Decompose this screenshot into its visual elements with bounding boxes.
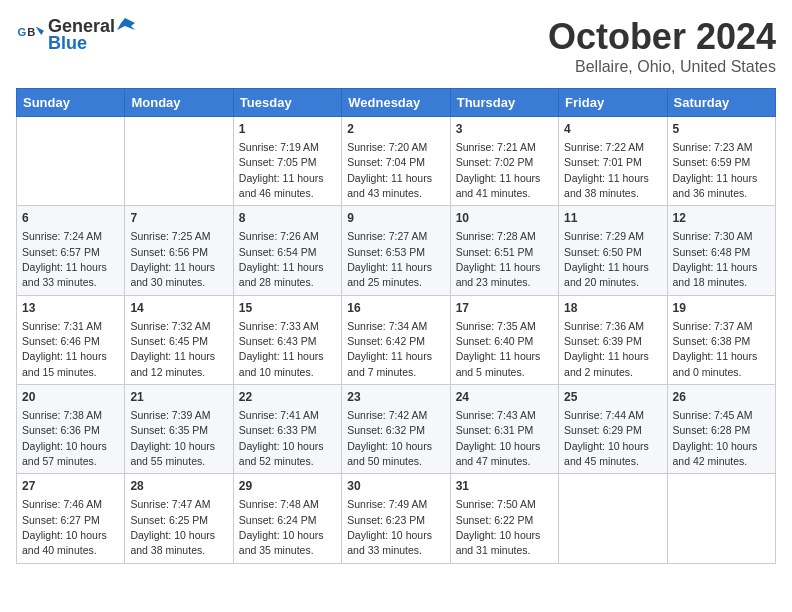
- day-info: Sunrise: 7:50 AM Sunset: 6:22 PM Dayligh…: [456, 498, 541, 556]
- day-info: Sunrise: 7:28 AM Sunset: 6:51 PM Dayligh…: [456, 230, 541, 288]
- day-number: 25: [564, 389, 661, 406]
- calendar-table: Sunday Monday Tuesday Wednesday Thursday…: [16, 88, 776, 564]
- header-wednesday: Wednesday: [342, 89, 450, 117]
- day-number: 22: [239, 389, 336, 406]
- day-cell: 8Sunrise: 7:26 AM Sunset: 6:54 PM Daylig…: [233, 206, 341, 295]
- day-cell: 20Sunrise: 7:38 AM Sunset: 6:36 PM Dayli…: [17, 385, 125, 474]
- day-info: Sunrise: 7:46 AM Sunset: 6:27 PM Dayligh…: [22, 498, 107, 556]
- day-info: Sunrise: 7:23 AM Sunset: 6:59 PM Dayligh…: [673, 141, 758, 199]
- day-info: Sunrise: 7:20 AM Sunset: 7:04 PM Dayligh…: [347, 141, 432, 199]
- day-number: 14: [130, 300, 227, 317]
- day-cell: 27Sunrise: 7:46 AM Sunset: 6:27 PM Dayli…: [17, 474, 125, 563]
- day-number: 23: [347, 389, 444, 406]
- day-info: Sunrise: 7:21 AM Sunset: 7:02 PM Dayligh…: [456, 141, 541, 199]
- header-friday: Friday: [559, 89, 667, 117]
- day-info: Sunrise: 7:37 AM Sunset: 6:38 PM Dayligh…: [673, 320, 758, 378]
- day-cell: 1Sunrise: 7:19 AM Sunset: 7:05 PM Daylig…: [233, 117, 341, 206]
- day-number: 20: [22, 389, 119, 406]
- day-cell: 17Sunrise: 7:35 AM Sunset: 6:40 PM Dayli…: [450, 295, 558, 384]
- day-info: Sunrise: 7:42 AM Sunset: 6:32 PM Dayligh…: [347, 409, 432, 467]
- day-number: 21: [130, 389, 227, 406]
- day-cell: 25Sunrise: 7:44 AM Sunset: 6:29 PM Dayli…: [559, 385, 667, 474]
- day-info: Sunrise: 7:41 AM Sunset: 6:33 PM Dayligh…: [239, 409, 324, 467]
- day-info: Sunrise: 7:39 AM Sunset: 6:35 PM Dayligh…: [130, 409, 215, 467]
- day-info: Sunrise: 7:25 AM Sunset: 6:56 PM Dayligh…: [130, 230, 215, 288]
- day-number: 5: [673, 121, 770, 138]
- day-cell: 24Sunrise: 7:43 AM Sunset: 6:31 PM Dayli…: [450, 385, 558, 474]
- header-monday: Monday: [125, 89, 233, 117]
- day-info: Sunrise: 7:35 AM Sunset: 6:40 PM Dayligh…: [456, 320, 541, 378]
- day-number: 11: [564, 210, 661, 227]
- day-number: 26: [673, 389, 770, 406]
- day-number: 15: [239, 300, 336, 317]
- day-number: 17: [456, 300, 553, 317]
- day-info: Sunrise: 7:19 AM Sunset: 7:05 PM Dayligh…: [239, 141, 324, 199]
- day-cell: 21Sunrise: 7:39 AM Sunset: 6:35 PM Dayli…: [125, 385, 233, 474]
- day-cell: 18Sunrise: 7:36 AM Sunset: 6:39 PM Dayli…: [559, 295, 667, 384]
- day-number: 28: [130, 478, 227, 495]
- day-number: 13: [22, 300, 119, 317]
- header-sunday: Sunday: [17, 89, 125, 117]
- day-info: Sunrise: 7:34 AM Sunset: 6:42 PM Dayligh…: [347, 320, 432, 378]
- day-cell: 13Sunrise: 7:31 AM Sunset: 6:46 PM Dayli…: [17, 295, 125, 384]
- header: G B General Blue October 2024 Bellaire, …: [16, 16, 776, 76]
- svg-marker-2: [36, 27, 44, 35]
- day-info: Sunrise: 7:45 AM Sunset: 6:28 PM Dayligh…: [673, 409, 758, 467]
- month-title: October 2024: [548, 16, 776, 58]
- week-row-2: 6Sunrise: 7:24 AM Sunset: 6:57 PM Daylig…: [17, 206, 776, 295]
- day-cell: 19Sunrise: 7:37 AM Sunset: 6:38 PM Dayli…: [667, 295, 775, 384]
- header-thursday: Thursday: [450, 89, 558, 117]
- location-title: Bellaire, Ohio, United States: [548, 58, 776, 76]
- day-cell: [559, 474, 667, 563]
- day-cell: 5Sunrise: 7:23 AM Sunset: 6:59 PM Daylig…: [667, 117, 775, 206]
- day-cell: 2Sunrise: 7:20 AM Sunset: 7:04 PM Daylig…: [342, 117, 450, 206]
- day-info: Sunrise: 7:38 AM Sunset: 6:36 PM Dayligh…: [22, 409, 107, 467]
- header-saturday: Saturday: [667, 89, 775, 117]
- day-cell: 16Sunrise: 7:34 AM Sunset: 6:42 PM Dayli…: [342, 295, 450, 384]
- day-info: Sunrise: 7:47 AM Sunset: 6:25 PM Dayligh…: [130, 498, 215, 556]
- title-area: October 2024 Bellaire, Ohio, United Stat…: [548, 16, 776, 76]
- day-info: Sunrise: 7:30 AM Sunset: 6:48 PM Dayligh…: [673, 230, 758, 288]
- logo: G B General Blue: [16, 16, 135, 54]
- day-info: Sunrise: 7:24 AM Sunset: 6:57 PM Dayligh…: [22, 230, 107, 288]
- day-info: Sunrise: 7:26 AM Sunset: 6:54 PM Dayligh…: [239, 230, 324, 288]
- day-number: 12: [673, 210, 770, 227]
- day-number: 19: [673, 300, 770, 317]
- day-info: Sunrise: 7:33 AM Sunset: 6:43 PM Dayligh…: [239, 320, 324, 378]
- day-cell: [667, 474, 775, 563]
- day-cell: 14Sunrise: 7:32 AM Sunset: 6:45 PM Dayli…: [125, 295, 233, 384]
- day-info: Sunrise: 7:49 AM Sunset: 6:23 PM Dayligh…: [347, 498, 432, 556]
- day-info: Sunrise: 7:43 AM Sunset: 6:31 PM Dayligh…: [456, 409, 541, 467]
- day-cell: 30Sunrise: 7:49 AM Sunset: 6:23 PM Dayli…: [342, 474, 450, 563]
- logo-icon: G B: [16, 21, 44, 49]
- day-info: Sunrise: 7:44 AM Sunset: 6:29 PM Dayligh…: [564, 409, 649, 467]
- day-number: 18: [564, 300, 661, 317]
- day-info: Sunrise: 7:31 AM Sunset: 6:46 PM Dayligh…: [22, 320, 107, 378]
- day-number: 10: [456, 210, 553, 227]
- day-number: 16: [347, 300, 444, 317]
- day-cell: 26Sunrise: 7:45 AM Sunset: 6:28 PM Dayli…: [667, 385, 775, 474]
- week-row-5: 27Sunrise: 7:46 AM Sunset: 6:27 PM Dayli…: [17, 474, 776, 563]
- day-cell: 15Sunrise: 7:33 AM Sunset: 6:43 PM Dayli…: [233, 295, 341, 384]
- day-cell: 12Sunrise: 7:30 AM Sunset: 6:48 PM Dayli…: [667, 206, 775, 295]
- day-number: 2: [347, 121, 444, 138]
- day-cell: [125, 117, 233, 206]
- day-cell: [17, 117, 125, 206]
- day-cell: 6Sunrise: 7:24 AM Sunset: 6:57 PM Daylig…: [17, 206, 125, 295]
- day-cell: 10Sunrise: 7:28 AM Sunset: 6:51 PM Dayli…: [450, 206, 558, 295]
- day-cell: 28Sunrise: 7:47 AM Sunset: 6:25 PM Dayli…: [125, 474, 233, 563]
- day-number: 6: [22, 210, 119, 227]
- day-cell: 7Sunrise: 7:25 AM Sunset: 6:56 PM Daylig…: [125, 206, 233, 295]
- day-number: 9: [347, 210, 444, 227]
- day-number: 29: [239, 478, 336, 495]
- day-number: 30: [347, 478, 444, 495]
- week-row-3: 13Sunrise: 7:31 AM Sunset: 6:46 PM Dayli…: [17, 295, 776, 384]
- day-cell: 29Sunrise: 7:48 AM Sunset: 6:24 PM Dayli…: [233, 474, 341, 563]
- day-info: Sunrise: 7:29 AM Sunset: 6:50 PM Dayligh…: [564, 230, 649, 288]
- day-number: 3: [456, 121, 553, 138]
- day-number: 7: [130, 210, 227, 227]
- logo-bird-icon: [117, 16, 135, 32]
- header-row: Sunday Monday Tuesday Wednesday Thursday…: [17, 89, 776, 117]
- day-info: Sunrise: 7:48 AM Sunset: 6:24 PM Dayligh…: [239, 498, 324, 556]
- day-number: 31: [456, 478, 553, 495]
